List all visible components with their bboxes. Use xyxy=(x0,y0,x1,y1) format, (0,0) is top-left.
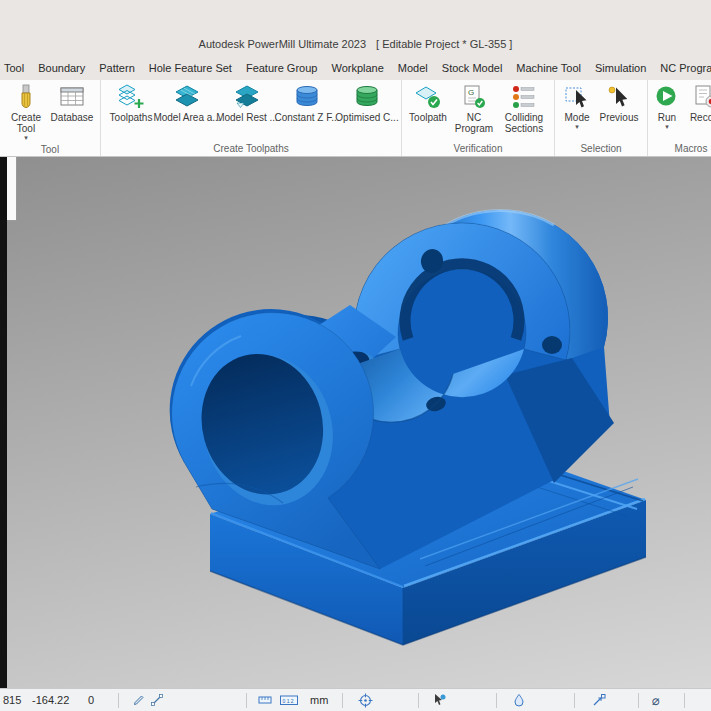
project-title: [ Editable Project * GL-355 ] xyxy=(376,38,512,50)
diameter-symbol[interactable]: ⌀ xyxy=(652,689,660,711)
constant-z-finishing-icon xyxy=(293,83,321,111)
statusbar-separator xyxy=(418,693,419,708)
group-label-tool: Tool xyxy=(4,142,96,156)
tab-feature-group[interactable]: Feature Group xyxy=(246,62,318,74)
item-toolpaths[interactable]: Toolpaths xyxy=(105,83,157,123)
scale-ruler-icon[interactable] xyxy=(258,689,272,711)
item-colliding-sections[interactable]: Colliding Sections xyxy=(498,83,550,134)
verify-toolpath-icon xyxy=(414,83,442,111)
statusbar-separator xyxy=(684,693,685,708)
tab-pattern[interactable]: Pattern xyxy=(99,62,134,74)
model-rest-area-icon xyxy=(233,83,261,111)
item-verify-nc-program[interactable]: G NC Program xyxy=(450,83,498,134)
units-label[interactable]: mm xyxy=(310,689,328,711)
scale-digits-icon[interactable]: 0 1 2 xyxy=(280,689,298,711)
statusbar-separator xyxy=(638,693,639,708)
svg-text:0 1 2: 0 1 2 xyxy=(283,698,294,704)
database-table-icon xyxy=(58,83,86,111)
ribbon-group-verification: Toolpath G NC Program xyxy=(402,80,555,156)
workplane-target-icon[interactable] xyxy=(358,689,373,711)
item-selection-previous[interactable]: Previous xyxy=(595,83,643,123)
statusbar-separator xyxy=(246,693,247,708)
tab-tool[interactable]: Tool xyxy=(4,62,24,74)
group-label-macros: Macros xyxy=(652,141,711,155)
model-area-clearance-icon xyxy=(173,83,201,111)
item-create-tool[interactable]: Create Tool xyxy=(4,83,48,142)
ring-bolt-hole xyxy=(542,336,562,354)
tab-model[interactable]: Model xyxy=(398,62,428,74)
run-macro-icon xyxy=(653,83,681,111)
cursor-pick-icon[interactable] xyxy=(432,689,446,711)
title-bar: Autodesk PowerMill Ultimate 2023 [ Edita… xyxy=(0,0,711,56)
ribbon-group-macros: Run Record Macros xyxy=(648,80,711,156)
group-label-verification: Verification xyxy=(406,141,550,155)
statusbar-separator xyxy=(118,693,119,708)
group-label-create-toolpaths: Create Toolpaths xyxy=(105,141,397,155)
item-constant-z-finishing[interactable]: Constant Z F... xyxy=(277,83,337,123)
droplet-icon[interactable] xyxy=(512,689,526,711)
tab-boundary[interactable]: Boundary xyxy=(38,62,85,74)
colliding-sections-icon xyxy=(510,83,538,111)
item-database[interactable]: Database xyxy=(48,83,96,123)
selection-previous-icon xyxy=(605,83,633,111)
item-optimised-constant-z[interactable]: Optimised C... xyxy=(337,83,397,123)
ribbon: Create Tool Database Tool xyxy=(0,80,711,157)
record-macro-icon xyxy=(692,83,711,111)
measure-line-icon[interactable] xyxy=(150,689,164,711)
viewport-3d[interactable] xyxy=(0,157,711,688)
snap-arrow-icon[interactable] xyxy=(592,689,606,711)
tab-workplane[interactable]: Workplane xyxy=(331,62,383,74)
selection-mode-icon xyxy=(563,83,591,111)
explorer-panel-edge xyxy=(7,157,17,221)
tab-stock-model[interactable]: Stock Model xyxy=(442,62,503,74)
ribbon-tab-bar: Tool Boundary Pattern Hole Feature Set F… xyxy=(0,56,711,80)
item-record-macro[interactable]: Record xyxy=(682,83,711,123)
dropdown-caret-icon xyxy=(24,134,28,142)
edit-pencil-icon[interactable] xyxy=(132,689,146,711)
dropdown-caret-icon xyxy=(575,123,579,131)
status-y-coordinate: -164.22 xyxy=(32,689,69,711)
statusbar-separator xyxy=(342,693,343,708)
verify-nc-program-icon: G xyxy=(460,83,488,111)
optimised-constant-z-icon xyxy=(353,83,381,111)
screen-left-edge xyxy=(0,157,7,688)
ribbon-group-selection: Mode Previous Selection xyxy=(555,80,648,156)
svg-text:G: G xyxy=(468,88,474,97)
create-tool-icon xyxy=(12,83,40,111)
statusbar-separator xyxy=(496,693,497,708)
tab-nc-programs[interactable]: NC Programs xyxy=(660,62,711,74)
item-run-macro[interactable]: Run xyxy=(652,83,682,131)
item-model-area-clearance[interactable]: Model Area a... xyxy=(157,83,217,123)
dropdown-caret-icon xyxy=(665,123,669,131)
toolpaths-icon xyxy=(117,83,145,111)
tab-simulation[interactable]: Simulation xyxy=(595,62,646,74)
app-title: Autodesk PowerMill Ultimate 2023 xyxy=(199,38,367,50)
item-model-rest-area[interactable]: Model Rest ... xyxy=(217,83,277,123)
ribbon-group-create-toolpaths: Toolpaths Model Area a... xyxy=(101,80,402,156)
ribbon-group-tool: Create Tool Database Tool xyxy=(0,80,101,156)
tab-machine-tool[interactable]: Machine Tool xyxy=(516,62,581,74)
model-bearing-block xyxy=(0,157,711,688)
status-x-coordinate: 815 xyxy=(3,689,21,711)
tab-hole-feature-set[interactable]: Hole Feature Set xyxy=(149,62,232,74)
statusbar-separator xyxy=(574,693,575,708)
group-label-selection: Selection xyxy=(559,141,643,155)
item-verify-toolpath[interactable]: Toolpath xyxy=(406,83,450,123)
status-z-coordinate: 0 xyxy=(88,689,94,711)
item-selection-mode[interactable]: Mode xyxy=(559,83,595,131)
status-bar: 815 -164.22 0 0 1 2 mm xyxy=(0,688,711,711)
